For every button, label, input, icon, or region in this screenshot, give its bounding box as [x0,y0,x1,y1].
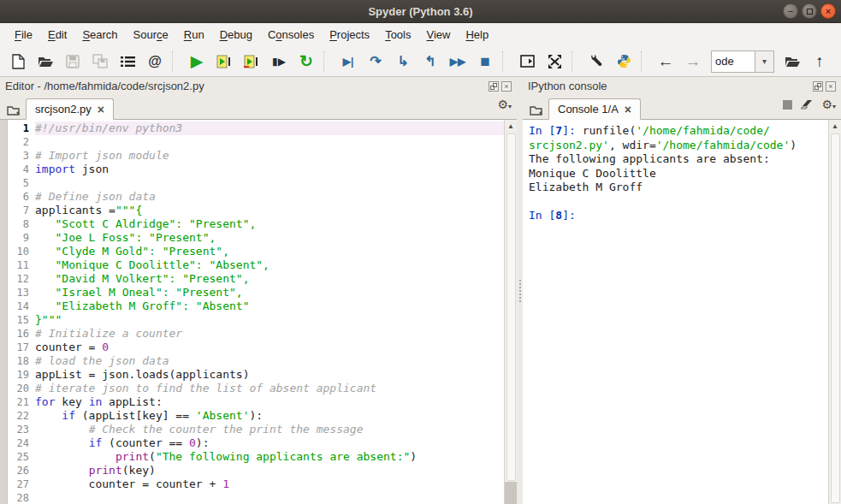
line-number: 25 [8,450,35,464]
wrench-icon [589,54,604,68]
browse-tabs-icon [7,104,21,116]
editor-scrollbar-thumb[interactable] [506,133,516,481]
console-text[interactable]: In [7]: runfile('/home/fahmida/code/srcj… [523,120,828,504]
console-tab[interactable]: Console 1/A × [548,98,641,120]
symbol-finder-button[interactable]: @ [142,50,168,74]
step-over-button[interactable]: ↷ [363,50,388,74]
file-list-icon [121,56,135,68]
combo-dropdown-button[interactable]: ▾ [755,51,773,72]
code-line: 23 # Check the counter the print the mes… [8,423,504,436]
scroll-up-icon[interactable]: ▲ [505,120,517,133]
code-line: 19appList = json.loads(applicants) [8,368,504,382]
menu-file[interactable]: File [7,25,40,44]
file-switcher-button[interactable] [115,50,140,74]
fullscreen-button[interactable] [542,50,567,74]
console-tab-close-icon[interactable]: × [625,103,631,116]
save-all-icon [92,54,108,68]
line-number: 27 [8,477,35,491]
forward-button[interactable]: → [680,50,706,74]
editor-tab-bar: srcjson2.py × ⚙▾ [0,95,517,120]
code-line: 22 if (appList[key] == 'Absent'): [8,409,504,423]
open-folder-icon [785,55,801,68]
new-file-button[interactable] [5,50,31,74]
main-area: Editor - /home/fahmida/code/srcjson2.py … [0,77,841,504]
code-line: 15}""" [8,313,504,327]
editor-tab[interactable]: srcjson2.py × [26,98,114,120]
interrupt-kernel-icon[interactable] [783,100,792,110]
run-selection-button[interactable]: ▮▶ [266,50,292,74]
menu-run[interactable]: Run [176,25,212,44]
undock-pane-icon[interactable] [813,81,823,92]
code-line: 25 print("The following applicants are a… [8,450,504,464]
code-line: 13 "Israel M Oneal": "Present", [8,286,504,299]
code-area[interactable]: 1#!/usr/bin/env python323# Import json m… [8,120,504,504]
menu-search[interactable]: Search [74,25,125,44]
pane-splitter[interactable] [517,77,523,504]
menu-view[interactable]: View [418,25,458,44]
code-line: 11 "Monique C Doolittle": "Absent", [8,258,504,272]
console-tab-bar: Console 1/A × ⚙▾ [523,95,841,120]
parent-directory-button[interactable]: ↑ [807,50,832,74]
code-line: 27 counter = counter + 1 [8,477,504,491]
console-line [529,195,826,210]
code-line: 17counter = 0 [8,341,504,354]
line-number: 28 [8,491,35,504]
maximize-button[interactable] [802,3,817,19]
step-into-button[interactable]: ↳ [390,50,416,74]
undock-square-back [490,86,495,90]
editor-tab-close-icon[interactable]: × [98,103,104,116]
close-pane-icon[interactable]: × [501,81,512,92]
code-line: 20# iterate json to find the list of abs… [8,382,504,395]
menu-source[interactable]: Source [126,25,176,44]
code-line: 24 if (counter == 0): [8,436,504,450]
code-line: 1#!/usr/bin/env python3 [8,122,504,135]
splitter-grip [519,280,521,302]
working-directory-combo[interactable]: ode ▾ [711,50,774,73]
save-all-button[interactable] [87,50,113,74]
editor-scrollbar[interactable]: ▲ [504,120,517,504]
close-pane-icon[interactable]: × [826,81,836,92]
code-line: 14 "Elizabeth M Groff": "Absent" [8,299,504,313]
titlebar[interactable]: Spyder (Python 3.6) − × [0,0,841,23]
preferences-button[interactable] [583,50,609,74]
open-working-directory-button[interactable] [779,50,805,74]
menu-tools[interactable]: Tools [377,25,418,44]
run-cell-advance-button[interactable] [239,50,264,74]
run-cell-button[interactable] [211,50,237,74]
line-number: 12 [8,272,35,286]
editor-options-gear-icon[interactable]: ⚙▾ [497,98,512,110]
rerun-cell-button[interactable]: ↻ [293,50,319,74]
console-scrollbar-thumb[interactable] [831,133,840,503]
code-line: 7applicants ="""{ [8,204,504,217]
clear-console-icon[interactable] [800,99,814,110]
menu-debug[interactable]: Debug [212,25,260,44]
code-line: 3# Import json module [8,149,504,163]
continue-button[interactable]: ▶▶ [445,50,471,74]
menu-edit[interactable]: Edit [40,25,74,44]
menu-projects[interactable]: Projects [322,25,377,44]
browse-tabs-button[interactable] [526,100,547,119]
line-number: 17 [8,341,35,354]
maximize-pane-button[interactable] [514,50,540,74]
python-path-button[interactable] [611,50,637,74]
editor-pane-header: Editor - /home/fahmida/code/srcjson2.py … [0,77,517,95]
open-folder-icon [38,55,54,68]
open-file-button[interactable] [33,50,58,74]
run-button[interactable]: ▶ [184,50,210,74]
menu-consoles[interactable]: Consoles [260,25,322,44]
minimize-button[interactable]: − [783,3,798,19]
working-directory-value[interactable]: ode [712,51,755,72]
close-button[interactable]: × [820,3,836,19]
save-button[interactable] [60,50,86,74]
back-button[interactable]: ← [653,50,678,74]
stop-button[interactable]: ■ [472,50,498,74]
console-scrollbar[interactable]: ▲ [828,120,841,504]
console-options-gear-icon[interactable]: ⚙▾ [821,98,836,110]
step-return-button[interactable]: ↰ [418,50,443,74]
line-number: 26 [8,464,35,477]
undock-pane-icon[interactable] [489,81,499,92]
menu-help[interactable]: Help [458,25,496,44]
debug-button[interactable]: ▶| [335,50,361,74]
scroll-up-icon[interactable]: ▲ [829,120,841,133]
browse-tabs-button[interactable] [3,100,24,119]
